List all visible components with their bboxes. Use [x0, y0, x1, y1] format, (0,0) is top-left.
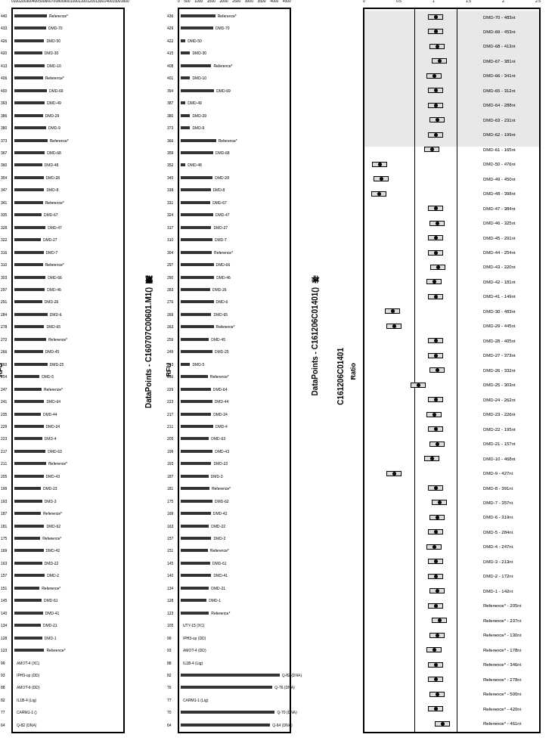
ratio-box-row: DMD-43 - 220nt — [366, 263, 538, 271]
ratio-box-row: Reference* - 205nt — [366, 602, 538, 610]
ratio-box-row: DMD-28 - 405nt — [366, 336, 538, 345]
peak-row: DMD-67335 — [14, 212, 122, 218]
peak-row: Reference*304 — [181, 249, 288, 256]
peak-row: DMD-27322 — [14, 237, 122, 243]
peak-row: DMD-8347 — [14, 187, 122, 193]
peak-row: Reference*211 — [14, 460, 122, 466]
ratio-box-row: DMD-30 - 483nt — [366, 307, 538, 315]
peak-row: DMD-69394 — [181, 88, 288, 94]
ratio-box-row: DMD-7 - 357nt — [366, 498, 538, 507]
peak-row: Reference*408 — [181, 63, 288, 69]
chart2-title: DataPoints - C161206C01401(样本) — [310, 287, 321, 395]
ratio-box-row: DMD-62 - 199nt — [366, 131, 538, 139]
ratio-box-row: Reference* - 237nt — [366, 616, 538, 624]
peak-row: DMD-1128 — [14, 635, 122, 641]
peak-row: DMD-2157 — [181, 535, 288, 541]
ratio-box-row: DMD-44 - 254nt — [366, 249, 538, 257]
peak-row: DMD-47328 — [14, 225, 122, 231]
peak-row: DMD-66303 — [14, 274, 122, 280]
ratio-box-row: DMD-23 - 226nt — [366, 411, 538, 419]
ratio-box-row: DMD-2 - 172nt — [366, 572, 538, 581]
peak-row: IPH3-up (DD)93 — [14, 672, 122, 678]
peak-row: DMD-41140 — [181, 572, 288, 578]
peak-row: DMD-7316 — [14, 249, 122, 256]
peak-row: Reference*272 — [14, 336, 122, 342]
ratio-box-row: DMD-25 - 303nt — [366, 381, 538, 389]
peak-row: DMD-49387 — [181, 100, 288, 106]
peak-row: Reference*341 — [14, 200, 122, 206]
chart3-title: C161206C01401 — [336, 348, 345, 405]
peak-row: DMD-22163 — [181, 523, 288, 529]
peak-row: Q-82 (DNA)82 — [181, 672, 288, 678]
peak-row: UTY-15 (XC)105 — [181, 622, 288, 628]
ratio-box-row: DMD-21 - 157nt — [366, 440, 538, 448]
peak-row: DMD-46297 — [14, 287, 122, 293]
peak-row: DMD-22163 — [14, 560, 122, 566]
chart1-yaxis: 0100200300400500600700800900100011001200… — [11, 0, 125, 3]
chart2-electropherogram: Reference*436DMD-70429DMD-50422DMD-30415… — [178, 8, 291, 733]
peak-row: IL1B-4 (Lig)82 — [14, 697, 122, 703]
ratio-box-row: DMD-69 - 453nt — [366, 27, 538, 36]
ratio-box-row: DMD-66 - 341nt — [366, 72, 538, 80]
peak-row: DMD-42169 — [181, 510, 288, 516]
ratio-box-row: DMD-64 - 288nt — [366, 101, 538, 110]
chart1-title: DataPoints - C160707C00601.M1(正常对照) — [144, 287, 154, 408]
peak-row: DMD-46290 — [181, 274, 288, 280]
ratio-box-row: DMD-3 - 213nt — [366, 557, 538, 565]
peak-row: DMD-69400 — [14, 88, 122, 94]
ratio-box-row: DMD-68 - 413nt — [366, 42, 538, 51]
peak-row: Reference*123 — [181, 610, 288, 616]
chart2-yaxis: 050010001500200025003000350040004500 — [178, 0, 291, 3]
peak-row: DMD-48360 — [14, 162, 122, 168]
peak-row: Q-64 (DNA)64 — [181, 722, 288, 728]
peak-row: DMD-64241 — [14, 398, 122, 404]
peak-row: DMD-42169 — [14, 547, 122, 553]
peak-row: DMD-26291 — [14, 299, 122, 305]
peak-row: DMD-70429 — [181, 25, 288, 31]
peak-row: DMD-30415 — [181, 50, 288, 56]
peak-row: DMD-8338 — [181, 187, 288, 193]
ratio-box-row: DMD-26 - 332nt — [366, 366, 538, 374]
peak-row: DMD-23193 — [181, 460, 288, 466]
peak-row: DMD-5254 — [14, 373, 122, 380]
peak-row: Reference*247 — [14, 386, 122, 392]
peak-row: Reference*151 — [181, 547, 288, 553]
peak-row: DMD-29386 — [14, 113, 122, 119]
peak-row: DMD-50422 — [181, 38, 288, 44]
peak-row: IL1B-4 (Lig)88 — [181, 660, 288, 666]
peak-row: CARM1-1 (Lig)77 — [181, 697, 288, 703]
peak-row: DMD-45256 — [181, 336, 288, 342]
peak-row: DMD-27317 — [181, 225, 288, 231]
peak-row: DMD-49393 — [14, 100, 122, 106]
peak-row: DMD-62175 — [181, 498, 288, 504]
peak-row: Reference*181 — [181, 485, 288, 491]
peak-row: Reference*236 — [181, 373, 288, 380]
ratio-box-row: DMD-6 - 319nt — [366, 513, 538, 522]
peak-row: IPH3-up (DD)99 — [181, 635, 288, 641]
peak-row: DMD-48352 — [181, 162, 288, 168]
ratio-box-row: Reference* - 130nt — [366, 631, 538, 640]
peak-row: DMD-4211 — [181, 423, 288, 429]
peak-row: DMD-43199 — [181, 448, 288, 454]
ratio-box-row: DMD-67 - 381nt — [366, 57, 538, 65]
peak-row: DMD-21134 — [14, 622, 122, 628]
chart1-electropherogram: Reference*440DMD-70433DMD-50426DMD-30420… — [11, 8, 125, 733]
peak-row: DMD-62181 — [14, 523, 122, 529]
peak-row: DMD-21134 — [181, 585, 288, 591]
peak-row: DMD-28354 — [14, 175, 122, 181]
chart3-ratio-boxplot: DMD-70 - 483ntDMD-69 - 453ntDMD-68 - 413… — [363, 8, 541, 733]
peak-row: Reference*310 — [14, 262, 122, 268]
peak-row: Q-82 (DNA)64 — [14, 722, 122, 728]
ratio-box-row: DMD-4 - 247nt — [366, 543, 538, 551]
peak-row: DMD-41140 — [14, 610, 122, 616]
peak-row: Reference*406 — [14, 75, 122, 81]
peak-row: DMD-70433 — [14, 25, 122, 31]
ratio-box-row: DMD-63 - 231nt — [366, 116, 538, 124]
ratio-box-row: DMD-50 - 476nt — [366, 160, 538, 169]
ratio-box-row: DMD-9 - 427nt — [366, 469, 538, 478]
peak-row: DMD-24217 — [181, 411, 288, 417]
peak-row: DMD-44235 — [14, 411, 122, 417]
ratio-box-row: DMD-65 - 312nt — [366, 86, 538, 94]
ratio-box-row: DMD-27 - 373nt — [366, 352, 538, 360]
peak-row: DMD-64229 — [181, 386, 288, 392]
